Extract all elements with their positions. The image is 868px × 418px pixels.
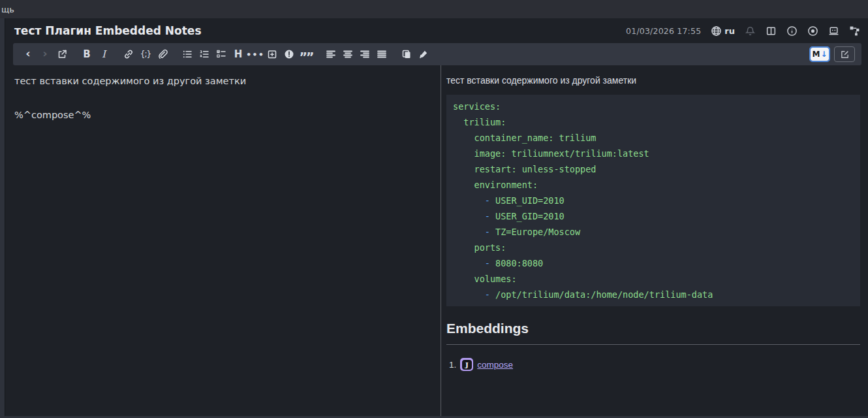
language-label: ru bbox=[724, 26, 735, 36]
toggle-editor-button[interactable] bbox=[834, 46, 855, 62]
embeddings-heading: Embeddings bbox=[446, 321, 860, 336]
sidebar-edge[interactable] bbox=[0, 18, 5, 416]
highlight-pen-button[interactable] bbox=[415, 45, 432, 63]
markdown-m: M bbox=[812, 50, 820, 59]
editor-line: тест вставки содержимого из другой замет… bbox=[14, 76, 431, 86]
markdown-toggle-badge[interactable]: M↓ bbox=[811, 48, 829, 61]
attach-file-button[interactable] bbox=[154, 45, 171, 63]
horizontal-rule-button[interactable]: ••• bbox=[247, 45, 264, 63]
align-left-button[interactable] bbox=[322, 45, 339, 63]
markdown-editor[interactable]: тест вставки содержимого из другой замет… bbox=[5, 65, 441, 416]
heading-button[interactable]: H bbox=[230, 45, 247, 63]
admonition-button[interactable] bbox=[281, 45, 298, 63]
list-item: 1. J compose bbox=[449, 358, 860, 371]
copy-button[interactable] bbox=[398, 45, 415, 63]
hyperlink-button[interactable] bbox=[120, 45, 137, 63]
info-icon[interactable] bbox=[786, 25, 798, 37]
note-date: 01/03/2026 17:55 bbox=[626, 26, 701, 36]
joplin-icon: J bbox=[460, 358, 473, 371]
forward-button[interactable]: › bbox=[37, 45, 54, 63]
sidebar-clipped-text: щь bbox=[1, 5, 14, 14]
spellcheck-language[interactable]: ru bbox=[710, 25, 735, 37]
note-preview: тест вставки содержимого из другой замет… bbox=[441, 65, 868, 416]
bulleted-list-button[interactable] bbox=[179, 45, 196, 63]
align-justify-button[interactable] bbox=[373, 45, 390, 63]
external-edit-button[interactable] bbox=[54, 45, 70, 63]
preview-paragraph: тест вставки содержимого из другой замет… bbox=[446, 75, 860, 86]
back-button[interactable]: ‹ bbox=[20, 45, 37, 63]
target-icon[interactable] bbox=[807, 25, 818, 37]
checkbox-list-button[interactable] bbox=[213, 45, 230, 63]
globe-icon[interactable] bbox=[710, 25, 722, 37]
joplin-icon-letter: J bbox=[462, 360, 472, 370]
bold-button[interactable]: B bbox=[78, 45, 95, 63]
note-header: тест Плагин Embedded Notes 01/03/2026 17… bbox=[5, 18, 868, 43]
heading-divider bbox=[446, 344, 860, 345]
embeddings-list: 1. J compose bbox=[449, 358, 860, 371]
editor-line: %^compose^% bbox=[14, 110, 431, 120]
layout-columns-icon[interactable] bbox=[765, 25, 777, 37]
note-panel: тест Плагин Embedded Notes 01/03/2026 17… bbox=[5, 18, 868, 416]
align-center-button[interactable] bbox=[339, 45, 356, 63]
code-block: services: trilium: container_name: trili… bbox=[446, 95, 860, 306]
screen-icon[interactable] bbox=[828, 25, 839, 37]
markdown-arrow-icon: ↓ bbox=[820, 50, 827, 59]
graph-icon[interactable] bbox=[848, 25, 860, 37]
insert-date-button[interactable] bbox=[264, 45, 281, 63]
list-number: 1. bbox=[449, 360, 456, 370]
note-link[interactable]: compose bbox=[477, 360, 513, 370]
window-top-bar: щь bbox=[0, 0, 868, 18]
quote-button[interactable]: ”” bbox=[298, 45, 315, 63]
code-button[interactable]: {;} bbox=[137, 45, 154, 63]
numbered-list-button[interactable] bbox=[196, 45, 213, 63]
bell-icon[interactable] bbox=[744, 25, 756, 37]
editor-toolbar: ‹ › B I {;} bbox=[13, 43, 861, 65]
italic-button[interactable]: I bbox=[95, 45, 112, 63]
note-title[interactable]: тест Плагин Embedded Notes bbox=[14, 24, 626, 37]
align-right-button[interactable] bbox=[356, 45, 373, 63]
